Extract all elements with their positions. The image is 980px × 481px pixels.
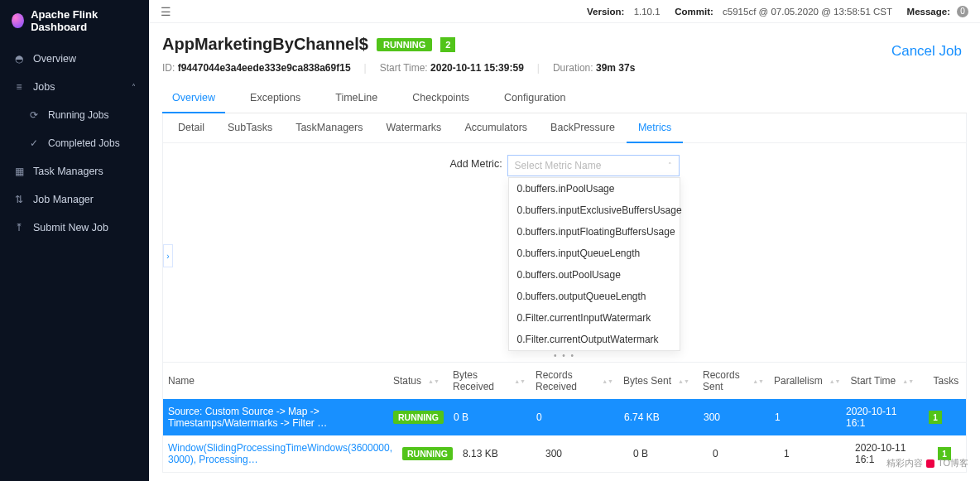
column-header[interactable]: Status▲▼ bbox=[388, 368, 448, 393]
add-metric-label: Add Metric: bbox=[449, 155, 502, 170]
sidebar-item-running-jobs[interactable]: ⟳Running Jobs bbox=[0, 101, 149, 129]
flink-logo-icon bbox=[12, 13, 24, 28]
nav-label: Running Jobs bbox=[48, 109, 108, 121]
parallelism: 1 bbox=[770, 405, 841, 430]
sidebar-item-completed-jobs[interactable]: ✓Completed Jobs bbox=[0, 129, 149, 157]
nav-icon: ⇅ bbox=[13, 194, 25, 205]
table-row[interactable]: Window(SlidingProcessingTimeWindows(3600… bbox=[163, 435, 966, 472]
resize-handle[interactable]: • • • bbox=[163, 349, 966, 362]
sort-icon: ▲▼ bbox=[902, 379, 914, 383]
message-label: Message: bbox=[907, 7, 950, 17]
secondary-tabs: DetailSubTasksTaskManagersWatermarksAccu… bbox=[163, 113, 966, 143]
column-header[interactable]: Tasks bbox=[929, 368, 967, 393]
records-received: 300 bbox=[540, 441, 628, 466]
subtab-watermarks[interactable]: Watermarks bbox=[374, 113, 453, 142]
metric-option[interactable]: 0.buffers.outputQueueLength bbox=[509, 286, 680, 307]
table-row[interactable]: Source: Custom Source -> Map -> Timestam… bbox=[163, 399, 966, 435]
sidebar-item-job-manager[interactable]: ⇅Job Manager bbox=[0, 185, 149, 214]
tab-exceptions[interactable]: Exceptions bbox=[240, 85, 310, 113]
subtab-metrics[interactable]: Metrics bbox=[627, 113, 683, 143]
metric-option[interactable]: 0.Filter.currentOutputWatermark bbox=[509, 329, 680, 350]
records-received: 0 bbox=[531, 405, 619, 430]
bytes-sent: 6.74 KB bbox=[619, 405, 699, 430]
subtab-taskmanagers[interactable]: TaskManagers bbox=[284, 113, 374, 142]
nav-label: Jobs bbox=[33, 81, 55, 93]
sort-icon: ▲▼ bbox=[428, 379, 440, 383]
job-status-badge: RUNNING bbox=[377, 38, 432, 51]
operator-name[interactable]: Window(SlidingProcessingTimeWindows(3600… bbox=[168, 442, 392, 465]
status-badge: RUNNING bbox=[402, 447, 453, 460]
sort-icon: ▲▼ bbox=[752, 379, 764, 383]
metric-select-placeholder: Select Metric Name bbox=[515, 160, 602, 171]
watermark-icon bbox=[926, 459, 934, 468]
expand-panel-handle[interactable]: › bbox=[163, 244, 173, 267]
topbar: ☰ Version: 1.10.1 Commit: c5915cf @ 07.0… bbox=[149, 0, 980, 23]
column-header[interactable]: Name bbox=[163, 368, 388, 393]
nav-icon: ⟳ bbox=[28, 109, 40, 121]
subtab-detail[interactable]: Detail bbox=[166, 113, 216, 142]
tab-timeline[interactable]: TimeLine bbox=[325, 85, 387, 113]
job-id: f9447044e3a4eede333e9ca838a69f15 bbox=[178, 62, 351, 74]
subtab-backpressure[interactable]: BackPressure bbox=[539, 113, 627, 142]
metric-option[interactable]: 0.buffers.inputExclusiveBuffersUsage bbox=[509, 200, 680, 221]
nav-label: Overview bbox=[33, 53, 76, 65]
message-badge[interactable]: 0 bbox=[957, 6, 968, 17]
tasks-badge: 1 bbox=[929, 411, 942, 424]
sort-icon: ▲▼ bbox=[602, 379, 613, 383]
metric-option[interactable]: 0.buffers.inPoolUsage bbox=[509, 178, 680, 200]
sort-icon: ▲▼ bbox=[514, 379, 526, 383]
sidebar-item-overview[interactable]: ◓Overview bbox=[0, 45, 149, 73]
sort-icon: ▲▼ bbox=[678, 379, 689, 383]
bytes-sent: 0 B bbox=[628, 441, 708, 466]
metric-option[interactable]: 0.buffers.inputQueueLength bbox=[509, 243, 680, 264]
chevron-down-icon: ˄ bbox=[668, 161, 672, 170]
nav-label: Task Managers bbox=[33, 166, 103, 177]
job-title: AppMarketingByChannel$ bbox=[162, 35, 368, 54]
status-badge: RUNNING bbox=[393, 411, 444, 424]
start-time-value: 2020-10-11 15:39:59 bbox=[430, 62, 524, 74]
nav-icon: ⤒ bbox=[13, 222, 25, 233]
primary-tabs: OverviewExceptionsTimeLineCheckpointsCon… bbox=[162, 85, 967, 113]
collapse-sidebar-icon[interactable]: ☰ bbox=[161, 5, 171, 18]
tab-overview[interactable]: Overview bbox=[162, 85, 225, 113]
column-header[interactable]: Records Received▲▼ bbox=[531, 363, 618, 399]
metrics-area: › Add Metric: Select Metric Name ˄ 0.buf… bbox=[163, 143, 966, 349]
version-value: 1.10.1 bbox=[634, 7, 661, 17]
job-parallelism-badge: 2 bbox=[440, 37, 455, 52]
operator-name[interactable]: Source: Custom Source -> Map -> Timestam… bbox=[168, 406, 383, 429]
commit-label: Commit: bbox=[675, 7, 713, 17]
commit-value: c5915cf @ 07.05.2020 @ 13:58:51 CST bbox=[723, 7, 892, 17]
sidebar-item-jobs[interactable]: ≡Jobs˄ bbox=[0, 73, 149, 101]
tab-checkpoints[interactable]: Checkpoints bbox=[402, 85, 479, 113]
nav-label: Job Manager bbox=[33, 194, 94, 205]
tab-configuration[interactable]: Configuration bbox=[494, 85, 575, 113]
column-header[interactable]: Bytes Received▲▼ bbox=[448, 363, 531, 399]
nav-icon: ≡ bbox=[13, 81, 25, 93]
nav-icon: ✓ bbox=[28, 137, 40, 149]
metric-option[interactable]: 0.buffers.inputFloatingBuffersUsage bbox=[509, 221, 680, 243]
nav-icon: ▦ bbox=[13, 166, 25, 177]
cancel-job-button[interactable]: Cancel Job bbox=[891, 43, 962, 60]
metric-option[interactable]: 0.Filter.currentInputWatermark bbox=[509, 307, 680, 329]
subtab-accumulators[interactable]: Accumulators bbox=[453, 113, 539, 142]
start-time: 2020-10-11 16:1 bbox=[841, 399, 924, 435]
operators-table: NameStatus▲▼Bytes Received▲▼Records Rece… bbox=[163, 362, 966, 472]
column-header[interactable]: Start Time▲▼ bbox=[846, 368, 929, 393]
nav-label: Completed Jobs bbox=[48, 137, 120, 149]
main: ☰ Version: 1.10.1 Commit: c5915cf @ 07.0… bbox=[149, 0, 980, 481]
sidebar-item-submit-new-job[interactable]: ⤒Submit New Job bbox=[0, 214, 149, 242]
records-sent: 300 bbox=[699, 405, 770, 430]
metric-dropdown: 0.buffers.inPoolUsage0.buffers.inputExcl… bbox=[508, 177, 680, 351]
duration-label: Duration: bbox=[553, 62, 593, 74]
column-header[interactable]: Records Sent▲▼ bbox=[698, 363, 769, 399]
content-panel: DetailSubTasksTaskManagersWatermarksAccu… bbox=[162, 113, 967, 473]
bytes-received: 0 B bbox=[449, 405, 531, 430]
column-header[interactable]: Bytes Sent▲▼ bbox=[618, 368, 698, 393]
watermark: 精彩内容 TO博客 bbox=[886, 457, 968, 469]
metric-select[interactable]: Select Metric Name ˄ 0.buffers.inPoolUsa… bbox=[507, 155, 680, 176]
sidebar-item-task-managers[interactable]: ▦Task Managers bbox=[0, 157, 149, 185]
column-header[interactable]: Parallelism▲▼ bbox=[769, 368, 846, 393]
subtab-subtasks[interactable]: SubTasks bbox=[216, 113, 284, 142]
metric-option[interactable]: 0.buffers.outPoolUsage bbox=[509, 264, 680, 286]
start-time-label: Start Time: bbox=[380, 62, 428, 74]
